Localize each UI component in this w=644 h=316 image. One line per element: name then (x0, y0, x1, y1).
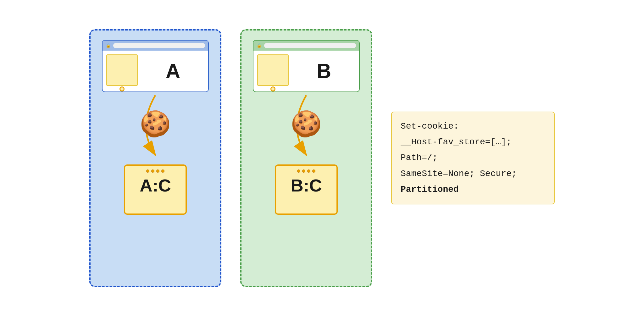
iframe-box-b (257, 54, 289, 86)
browser-site-label-b: B (292, 54, 355, 88)
cookie-line-2: __Host-fav_store=[…]; (401, 134, 545, 150)
iframe-connector-b (270, 86, 275, 91)
storage-box-b: B:C (275, 164, 338, 215)
storage-box-a: A:C (124, 164, 187, 215)
storage-dot-3-a (156, 169, 159, 173)
cookie-emoji-b: 🍪 (291, 109, 322, 138)
partition-content-a: 🔒 A (100, 40, 211, 215)
browser-content-a: A (103, 51, 208, 91)
cookie-header-box: Set-cookie: __Host-fav_store=[…]; Path=/… (391, 112, 555, 205)
browser-window-b: 🔒 B (253, 40, 360, 92)
storage-dot-3-b (307, 169, 310, 173)
browser-content-b: B (253, 51, 359, 91)
storage-dots-b (297, 169, 315, 173)
storage-dot-2-a (151, 169, 154, 173)
browser-titlebar-b: 🔒 (253, 41, 359, 51)
partition-content-b: 🔒 B (251, 40, 362, 215)
storage-dot-4-a (161, 169, 164, 173)
partition-box-a: 🔒 A (89, 29, 221, 287)
partition-box-b: 🔒 B (240, 29, 372, 287)
cookie-line-3: Path=/; (401, 150, 545, 166)
browser-titlebar-a: 🔒 (103, 41, 208, 51)
urlbar-a (113, 43, 205, 48)
browser-site-label-a: A (142, 54, 204, 88)
main-container: 🔒 A (77, 17, 567, 300)
cookie-line-1: Set-cookie: (401, 119, 545, 134)
storage-dot-2-b (302, 169, 305, 173)
storage-dots-a (146, 169, 164, 173)
cookie-line-4: SameSite=None; Secure; (401, 166, 545, 182)
iframe-connector-a (119, 86, 125, 91)
cookie-emoji-a: 🍪 (140, 109, 171, 138)
storage-label-b: B:C (291, 175, 322, 196)
connector-area-a: 🍪 (100, 92, 211, 161)
storage-dot-1-a (146, 169, 149, 173)
storage-label-a: A:C (140, 175, 171, 196)
cookie-line-5: Partitioned (401, 182, 545, 197)
lock-icon-b: 🔒 (257, 43, 262, 48)
browser-window-a: 🔒 A (102, 40, 209, 92)
urlbar-b (264, 43, 356, 48)
storage-dot-4-b (312, 169, 315, 173)
storage-dot-1-b (297, 169, 300, 173)
iframe-box-a (106, 54, 138, 86)
lock-icon-a: 🔒 (106, 43, 111, 48)
connector-area-b: 🍪 (251, 92, 362, 161)
